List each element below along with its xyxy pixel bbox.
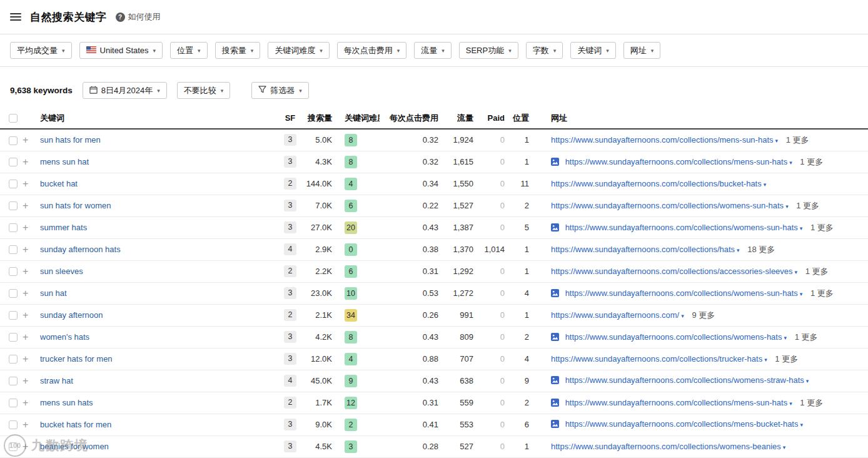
serp-features-badge[interactable]: 3 [284,200,296,211]
filter-country[interactable]: United States▾ [79,42,163,59]
url-dropdown-caret[interactable]: ▾ [800,422,803,428]
expand-plus-icon[interactable]: + [23,441,28,452]
keyword-link[interactable]: summer hats [40,223,87,232]
col-header-traffic[interactable]: 流量 [442,108,477,129]
expand-plus-icon[interactable]: + [23,288,28,298]
compare-dropdown[interactable]: 不要比较▾ [177,82,231,99]
filter-kd[interactable]: 关键词难度▾ [268,42,330,59]
keyword-link[interactable]: beanies for women [40,442,109,451]
col-header-volume[interactable]: 搜索量 [300,108,336,129]
filter-volume[interactable]: 搜索量▾ [215,42,261,59]
expand-plus-icon[interactable]: + [23,156,28,167]
more-urls-link[interactable]: 1 更多 [800,157,823,166]
menu-icon[interactable] [10,13,21,21]
more-urls-link[interactable]: 1 更多 [795,332,818,342]
filter-cpc[interactable]: 每次点击费用▾ [337,42,407,59]
more-urls-link[interactable]: 18 更多 [747,245,775,254]
row-checkbox[interactable] [9,399,18,407]
url-link[interactable]: https://www.sundayafternoons.com/collect… [565,375,804,385]
url-dropdown-caret[interactable]: ▾ [806,378,809,384]
row-checkbox[interactable] [9,420,18,429]
serp-features-badge[interactable]: 4 [284,375,296,387]
col-header-sf[interactable]: SF [281,108,300,129]
more-urls-link[interactable]: 1 更多 [796,201,819,210]
url-dropdown-caret[interactable]: ▾ [764,357,767,363]
filter-keyword[interactable]: 关键词▾ [570,42,616,59]
help-link[interactable]: ? 如何使用 [116,11,161,23]
row-checkbox[interactable] [9,289,18,298]
serp-features-badge[interactable]: 2 [284,309,296,321]
filter-url[interactable]: 网址▾ [623,42,661,59]
col-header-position[interactable]: 位置 [507,108,532,129]
serp-features-badge[interactable]: 2 [284,178,296,190]
expand-plus-icon[interactable]: + [23,135,28,145]
url-link[interactable]: https://www.sundayafternoons.com/collect… [565,288,798,298]
date-picker-button[interactable]: 8日4月2024年▾ [83,82,167,99]
col-header-keyword[interactable]: 关键词 [40,108,281,129]
serp-features-badge[interactable]: 4 [284,243,296,255]
serp-features-badge[interactable]: 3 [284,221,296,233]
serp-features-badge[interactable]: 3 [284,440,296,452]
expand-plus-icon[interactable]: + [23,266,28,277]
expand-plus-icon[interactable]: + [23,222,28,233]
url-link[interactable]: https://www.sundayafternoons.com/collect… [565,419,799,429]
expand-plus-icon[interactable]: + [23,354,28,364]
serp-features-badge[interactable]: 3 [284,134,296,146]
url-dropdown-caret[interactable]: ▾ [784,335,787,341]
row-checkbox[interactable] [9,442,18,451]
keyword-link[interactable]: women's hats [40,332,89,342]
keyword-link[interactable]: sun sleeves [40,267,83,276]
url-dropdown-caret[interactable]: ▾ [785,203,789,210]
col-header-kd[interactable]: 关键词难度 [336,108,380,129]
col-header-url[interactable]: 网址 [532,108,868,129]
expand-plus-icon[interactable]: + [23,244,28,255]
keyword-link[interactable]: sun hats for women [40,201,111,210]
serp-features-badge[interactable]: 3 [284,331,296,343]
filter-word-count[interactable]: 字数▾ [526,42,563,59]
keyword-link[interactable]: sun hat [40,288,67,298]
keyword-link[interactable]: sunday afternoon [40,310,103,320]
filter-position[interactable]: 位置▾ [170,42,208,59]
expand-plus-icon[interactable]: + [23,178,28,189]
filter-serp-features[interactable]: SERP功能▾ [459,42,518,59]
url-link[interactable]: https://www.sundayafternoons.com/collect… [565,332,782,342]
more-urls-link[interactable]: 1 更多 [805,267,829,276]
keyword-link[interactable]: mens sun hats [40,398,93,407]
keyword-link[interactable]: bucket hats for men [40,420,111,429]
serp-features-badge[interactable]: 2 [284,265,296,277]
url-dropdown-caret[interactable]: ▾ [795,269,798,275]
keyword-link[interactable]: straw hat [40,376,73,385]
keyword-link[interactable]: mens sun hat [40,157,89,166]
url-dropdown-caret[interactable]: ▾ [789,400,792,407]
expand-plus-icon[interactable]: + [23,375,28,386]
row-checkbox[interactable] [9,201,18,210]
more-urls-link[interactable]: 1 更多 [810,223,834,232]
more-urls-link[interactable]: 1 更多 [786,135,809,145]
url-dropdown-caret[interactable]: ▾ [800,291,803,297]
url-link[interactable]: https://www.sundayafternoons.com/collect… [565,398,788,407]
select-all-checkbox[interactable] [9,114,18,123]
more-urls-link[interactable]: 1 更多 [775,354,798,364]
expand-plus-icon[interactable]: + [23,419,28,430]
url-dropdown-caret[interactable]: ▾ [775,138,779,144]
more-urls-link[interactable]: 1 更多 [810,288,834,298]
row-checkbox[interactable] [9,180,18,188]
url-link[interactable]: https://www.sundayafternoons.com/collect… [551,201,784,210]
expand-plus-icon[interactable]: + [23,310,28,320]
filter-avg-volume[interactable]: 平均成交量▾ [10,42,72,59]
keyword-link[interactable]: sun hats for men [40,135,101,145]
url-dropdown-caret[interactable]: ▾ [783,444,786,450]
row-checkbox[interactable] [9,223,18,232]
url-dropdown-caret[interactable]: ▾ [737,247,740,253]
row-checkbox[interactable] [9,267,18,276]
keyword-link[interactable]: sunday afternoon hats [40,245,121,254]
row-checkbox[interactable] [9,311,18,320]
expand-plus-icon[interactable]: + [23,397,28,408]
serp-features-badge[interactable]: 3 [284,156,296,168]
expand-plus-icon[interactable]: + [23,200,28,211]
row-checkbox[interactable] [9,158,18,166]
url-dropdown-caret[interactable]: ▾ [681,313,684,319]
serp-features-badge[interactable]: 3 [284,353,296,365]
filter-traffic[interactable]: 流量▾ [414,42,452,59]
filters-button[interactable]: 筛选器▾ [251,82,309,99]
